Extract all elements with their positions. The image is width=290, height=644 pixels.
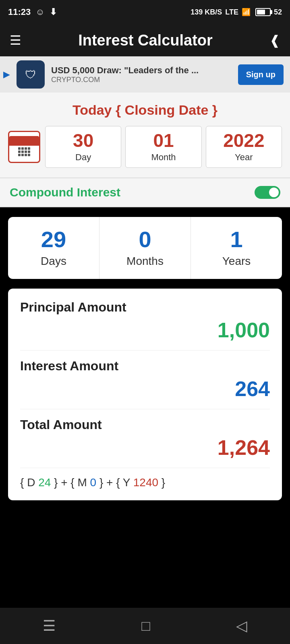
months-item: 0 Months bbox=[99, 217, 191, 279]
lte-indicator: LTE bbox=[225, 8, 238, 17]
ad-signup-button[interactable]: Sign up bbox=[238, 64, 284, 85]
day-field[interactable]: 30 Day bbox=[45, 126, 121, 168]
compound-interest-label: Compound Interest bbox=[10, 186, 120, 199]
years-value: 1 bbox=[195, 228, 278, 251]
day-label: Day bbox=[50, 152, 117, 163]
compound-toggle[interactable] bbox=[255, 186, 280, 199]
app-title: Interest Calculator bbox=[78, 32, 213, 49]
divider-3 bbox=[20, 468, 270, 468]
principal-value: 1,000 bbox=[20, 318, 270, 342]
ad-banner: ▶ 🛡 USD 5,000 Draw: "Leaders of the ... … bbox=[0, 56, 290, 93]
share-icon[interactable]: ❰ bbox=[269, 33, 280, 48]
year-value: 2022 bbox=[210, 131, 278, 150]
days-label: Days bbox=[12, 255, 95, 268]
principal-label: Principal Amount bbox=[20, 300, 270, 315]
divider-1 bbox=[20, 350, 270, 351]
total-value: 1,264 bbox=[20, 436, 270, 460]
interest-row: Interest Amount 264 bbox=[20, 359, 270, 401]
formula-y-value: 1240 bbox=[133, 476, 158, 489]
formula-mid2: } + { Y bbox=[99, 476, 133, 489]
date-card: Today { Closing Date } 30 Day 01 Month 2… bbox=[0, 93, 290, 178]
calendar-icon[interactable] bbox=[8, 131, 40, 163]
download-icon: ⬇ bbox=[50, 7, 57, 17]
interest-value: 264 bbox=[20, 377, 270, 401]
ad-text: USD 5,000 Draw: "Leaders of the ... CRYP… bbox=[51, 65, 232, 84]
days-item: 29 Days bbox=[8, 217, 99, 279]
ad-subtitle: CRYPTO.COM bbox=[51, 76, 232, 84]
date-card-title: Today { Closing Date } bbox=[8, 102, 282, 118]
status-bar: 11:23 ☺ ⬇ 139 KB/S LTE 📶 52 bbox=[0, 0, 290, 24]
formula-suffix: } bbox=[162, 476, 165, 489]
total-row: Total Amount 1,264 bbox=[20, 417, 270, 460]
nav-bar: ☰ Interest Calculator ❰ bbox=[0, 24, 290, 56]
days-value: 29 bbox=[12, 228, 95, 251]
ad-play-icon: ▶ bbox=[3, 69, 10, 80]
battery-icon bbox=[255, 8, 271, 16]
toggle-knob bbox=[269, 188, 279, 197]
bottom-back-icon[interactable]: ◁ bbox=[224, 613, 259, 638]
bottom-menu-icon[interactable]: ☰ bbox=[31, 613, 68, 638]
month-value: 01 bbox=[130, 131, 197, 150]
bottom-nav: ☰ □ ◁ bbox=[0, 608, 290, 644]
hamburger-menu-icon[interactable]: ☰ bbox=[10, 33, 21, 48]
interest-label: Interest Amount bbox=[20, 359, 270, 374]
years-label: Years bbox=[195, 255, 278, 268]
divider-2 bbox=[20, 409, 270, 409]
duration-card: 29 Days 0 Months 1 Years bbox=[8, 217, 282, 279]
years-item: 1 Years bbox=[191, 217, 282, 279]
months-label: Months bbox=[104, 255, 186, 268]
bottom-home-icon[interactable]: □ bbox=[129, 613, 162, 638]
crypto-logo-icon: 🛡 bbox=[25, 68, 36, 81]
ad-logo: 🛡 bbox=[17, 60, 45, 89]
day-value: 30 bbox=[50, 131, 117, 150]
date-fields: 30 Day 01 Month 2022 Year bbox=[45, 126, 282, 168]
months-value: 0 bbox=[104, 228, 186, 251]
month-label: Month bbox=[130, 152, 197, 163]
principal-row: Principal Amount 1,000 bbox=[20, 300, 270, 342]
total-label: Total Amount bbox=[20, 417, 270, 432]
whatsapp-icon: ☺ bbox=[35, 7, 44, 17]
year-field[interactable]: 2022 Year bbox=[206, 126, 282, 168]
calendar-grid bbox=[17, 146, 32, 158]
signal-icon: 📶 bbox=[242, 8, 251, 17]
results-card: Principal Amount 1,000 Interest Amount 2… bbox=[8, 289, 282, 500]
month-field[interactable]: 01 Month bbox=[125, 126, 201, 168]
formula-d-value: 24 bbox=[38, 476, 51, 489]
formula-m-value: 0 bbox=[90, 476, 97, 489]
formula-d-prefix: { D bbox=[20, 476, 38, 489]
network-speed: 139 KB/S bbox=[191, 8, 222, 17]
compound-section: Compound Interest bbox=[0, 178, 290, 207]
formula-row: { D 24 } + { M 0 } + { Y 1240 } bbox=[20, 476, 270, 489]
battery-level: 52 bbox=[274, 8, 282, 17]
calendar-header bbox=[9, 136, 39, 146]
formula-mid1: } + { M bbox=[54, 476, 90, 489]
ad-title: USD 5,000 Draw: "Leaders of the ... bbox=[51, 65, 232, 76]
time-display: 11:23 bbox=[8, 7, 31, 17]
year-label: Year bbox=[210, 152, 278, 163]
